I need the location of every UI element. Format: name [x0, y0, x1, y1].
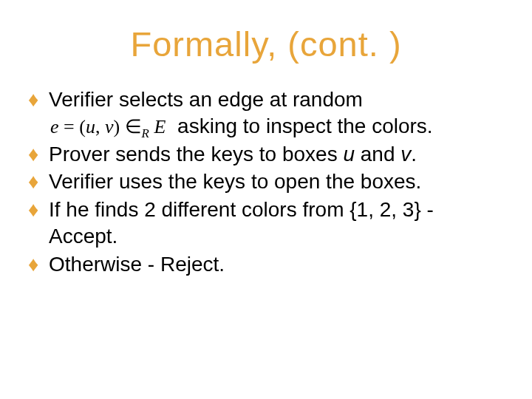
slide-title: Formally, (cont. ): [27, 24, 505, 64]
bullet-item-4: ♦ If he finds 2 different colors from {1…: [28, 197, 505, 250]
diamond-icon: ♦: [28, 251, 38, 278]
formula-sub: R: [142, 126, 149, 140]
formula-u: u: [86, 116, 95, 137]
var-u: u: [343, 143, 355, 166]
formula-v: v: [105, 116, 114, 137]
bullet-item-3: ♦ Verifier uses the keys to open the box…: [28, 168, 505, 195]
var-v: v: [400, 143, 411, 166]
bullet-item-1: ♦ Verifier selects an edge at random e =…: [28, 86, 505, 140]
formula-in: ∈: [125, 116, 142, 137]
bullet-text: .: [411, 143, 417, 166]
bullet-item-5: ♦ Otherwise - Reject.: [28, 251, 505, 278]
formula-comma: ,: [95, 116, 105, 137]
diamond-icon: ♦: [28, 141, 38, 168]
diamond-icon: ♦: [28, 197, 38, 223]
formula-lhs: e: [50, 116, 59, 137]
bullet-text: Otherwise - Reject.: [49, 253, 225, 276]
formula-set: E: [154, 116, 166, 137]
diamond-icon: ♦: [28, 86, 38, 113]
bullet-text: Verifier uses the keys to open the boxes…: [49, 170, 421, 193]
slide: Formally, (cont. ) ♦ Verifier selects an…: [0, 0, 532, 399]
bullet-item-2: ♦ Prover sends the keys to boxes u and v…: [28, 141, 505, 168]
slide-body: ♦ Verifier selects an edge at random e =…: [28, 86, 505, 278]
formula-edge: e = (u, v) ∈R E: [50, 115, 166, 139]
bullet-text-cont: asking to inspect the colors.: [177, 115, 433, 137]
diamond-icon: ♦: [28, 168, 38, 195]
bullet-text: Verifier selects an edge at random: [49, 88, 363, 111]
bullet-text: Prover sends the keys to boxes: [49, 143, 343, 166]
bullet-text: If he finds 2 different colors from {1, …: [49, 198, 434, 248]
formula-eq: = (: [59, 116, 86, 137]
formula-rp: ): [113, 116, 124, 137]
bullet-text: and: [355, 143, 400, 166]
